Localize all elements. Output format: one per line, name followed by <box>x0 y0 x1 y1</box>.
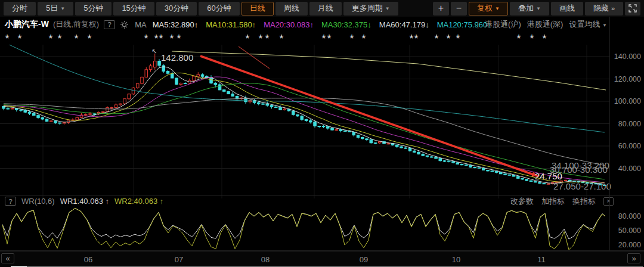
event-marker[interactable]: * <box>57 34 63 44</box>
trend-line <box>200 56 538 176</box>
period-button-30分钟[interactable]: 30分钟 <box>156 2 197 15</box>
add-indicator-button[interactable]: 加指标 <box>541 196 565 207</box>
price-tick-label: 40.000 <box>618 165 641 173</box>
info-bar: 小鹏汽车-W (日线,前复权) ? MA MA5:32.890↑MA10:31.… <box>0 18 644 30</box>
price-axis-panel: 140.000120.000100.00080.00060.00040.0008… <box>609 17 644 251</box>
ma-legend-item: MA30:32.375↓ <box>321 20 371 29</box>
price-tick-label: 60.000 <box>618 142 641 150</box>
period-button-15分钟[interactable]: 15分钟 <box>113 2 154 15</box>
wr-help-button[interactable]: ? <box>5 197 16 206</box>
settings-gear-icon[interactable] <box>120 20 129 29</box>
month-label-08: 08 <box>261 255 270 264</box>
period-button-分时[interactable]: 分时 <box>4 2 36 15</box>
event-marker[interactable]: * <box>258 34 264 44</box>
chevron-down-icon: ▼ <box>385 6 390 11</box>
month-label-11: 11 <box>537 255 546 264</box>
period-button-月线[interactable]: 月线 <box>309 2 342 15</box>
period-button-group: 分时5日▼5分钟15分钟30分钟60分钟日线周线月线更多周期▼ <box>4 2 398 15</box>
event-marker[interactable]: * <box>413 34 419 44</box>
ma-legend-item: MA60:47.179↓ <box>379 20 429 29</box>
event-marker[interactable]: * <box>17 34 23 44</box>
month-label-09: 09 <box>360 255 368 264</box>
chevron-down-icon: ▼ <box>495 6 500 11</box>
wr-tick-label: 20.000 <box>618 241 641 249</box>
event-marker[interactable]: * <box>169 34 175 44</box>
month-label-10: 10 <box>452 255 460 264</box>
event-marker[interactable]: * <box>361 34 367 44</box>
fullscreen-icon <box>628 4 637 13</box>
chevron-down-icon: ▼ <box>602 23 607 28</box>
ma120-line <box>4 45 605 132</box>
ma-legend-item: MA20:30.083↑ <box>264 20 314 29</box>
tool-button-叠加[interactable]: 叠加▼ <box>510 2 549 15</box>
event-marker[interactable]: * <box>158 34 164 44</box>
ma-long-line <box>172 51 606 90</box>
trend-line-2 <box>239 46 270 69</box>
period-button-更多周期[interactable]: 更多周期▼ <box>343 2 398 15</box>
tool-button-group: +−复权▼叠加▼画线隐藏» <box>433 2 623 15</box>
link-hk-connect-sh[interactable]: 港股通(沪) <box>485 19 521 30</box>
wr-indicator-pane[interactable] <box>0 207 609 250</box>
event-marker[interactable]: * <box>516 34 522 44</box>
change-params-button[interactable]: 改参数 <box>510 196 534 207</box>
scroll-left-button[interactable]: « <box>1 253 14 263</box>
fullscreen-button[interactable] <box>625 2 640 15</box>
event-marker[interactable]: * <box>326 34 332 44</box>
wr2-value: WR2:40.063 ↑ <box>114 197 163 206</box>
tool-button-复权[interactable]: 复权▼ <box>469 2 508 15</box>
main-chart[interactable] <box>0 45 609 198</box>
zoom-in-button[interactable]: + <box>433 2 449 15</box>
period-button-60分钟[interactable]: 60分钟 <box>199 2 239 15</box>
price-tick-label: 120.000 <box>614 76 641 83</box>
event-marker[interactable]: * <box>244 34 250 44</box>
period-button-5日[interactable]: 5日▼ <box>38 2 73 15</box>
event-marker[interactable]: * <box>48 34 54 44</box>
market-links: | 港股通(沪) 港股通(深) 设置均线 ▼ <box>477 18 607 30</box>
ma-settings-button[interactable]: 设置均线 ▼ <box>569 19 607 30</box>
month-label-06: 06 <box>84 255 92 264</box>
period-button-5分钟[interactable]: 5分钟 <box>75 2 112 15</box>
event-marker[interactable]: * <box>278 34 284 44</box>
tool-button-画线[interactable]: 画线 <box>551 2 583 15</box>
separator: | <box>477 20 479 29</box>
event-marker[interactable]: * <box>4 34 10 44</box>
event-marker[interactable]: * <box>86 34 92 44</box>
month-label-07: 07 <box>175 255 183 264</box>
time-axis-bar: « 060708091011 » <box>0 251 644 267</box>
event-marker[interactable]: * <box>445 34 451 44</box>
event-marker[interactable]: * <box>176 34 182 44</box>
event-marker[interactable]: * <box>434 34 439 44</box>
period-toolbar: 分时5日▼5分钟15分钟30分钟60分钟日线周线月线更多周期▼ +−复权▼叠加▼… <box>0 0 644 17</box>
candlestick-chart <box>0 45 609 198</box>
period-button-日线[interactable]: 日线 <box>242 2 274 15</box>
link-hk-connect-sz[interactable]: 港股通(深) <box>527 19 564 30</box>
wr-tick-label: 50.000 <box>618 227 641 235</box>
chevron-down-icon: ▼ <box>536 6 541 11</box>
help-button[interactable]: ? <box>104 20 115 29</box>
wr-params: WR(10,6) <box>21 197 55 206</box>
event-marker[interactable]: * <box>143 34 149 44</box>
wr1-value: WR1:40.063 ↑ <box>60 197 109 206</box>
wr-chart <box>0 207 609 250</box>
event-marker[interactable]: * <box>349 34 355 44</box>
ma60-line <box>4 98 605 166</box>
switch-indicator-button[interactable]: 换指标 <box>572 196 596 207</box>
ma30-line <box>4 83 605 179</box>
candlesticks <box>2 54 606 186</box>
scroll-right-button[interactable]: » <box>627 253 640 263</box>
ma10-line <box>4 73 605 182</box>
event-marker[interactable]: * <box>541 34 547 44</box>
event-marker[interactable]: * <box>455 34 461 44</box>
zoom-out-button[interactable]: − <box>451 2 467 15</box>
wr1-line <box>2 208 605 239</box>
tool-button-隐藏[interactable]: 隐藏» <box>585 2 623 15</box>
period-button-周线[interactable]: 周线 <box>275 2 308 15</box>
price-tick-label: 80.000 <box>618 120 641 128</box>
price-tick-label: 140.000 <box>614 53 641 61</box>
event-marker[interactable]: * <box>529 34 535 44</box>
event-marker[interactable]: * <box>73 34 79 44</box>
event-marker[interactable]: * <box>264 34 270 44</box>
ma-group-label: MA <box>135 20 147 29</box>
chevron-down-icon: ▼ <box>60 6 65 11</box>
symbol-name: 小鹏汽车-W <box>5 19 49 30</box>
